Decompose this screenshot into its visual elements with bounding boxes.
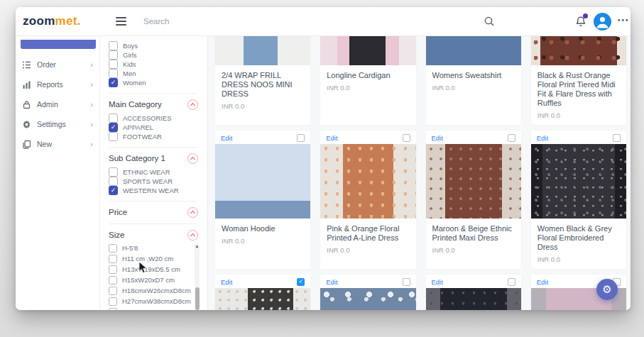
sub-category-option[interactable]: SPORTS WEAR xyxy=(109,177,207,186)
checkbox[interactable] xyxy=(109,265,117,274)
gender-filter-option[interactable]: Boys xyxy=(109,41,207,50)
sub-category-option[interactable]: WESTERN WEAR xyxy=(109,186,207,195)
checkbox[interactable] xyxy=(109,287,117,295)
checkbox[interactable] xyxy=(109,78,118,87)
sidebar-active-item-partial[interactable] xyxy=(21,40,96,49)
search-input[interactable]: Search xyxy=(143,17,169,26)
product-checkbox[interactable] xyxy=(403,278,410,286)
gender-filter-option[interactable]: Men xyxy=(109,69,207,78)
checkbox[interactable] xyxy=(109,69,118,78)
size-filter-option[interactable]: H11 cm ,W20 cm xyxy=(109,254,189,265)
scrollbar-thumb[interactable] xyxy=(195,287,200,310)
edit-link[interactable]: Edit xyxy=(326,278,337,286)
product-price: INR 0.0 xyxy=(320,80,415,97)
product-checkbox[interactable] xyxy=(403,134,410,142)
checkbox[interactable] xyxy=(109,167,118,177)
size-filter-option[interactable]: H-5'8 xyxy=(109,243,189,254)
checkbox[interactable] xyxy=(109,60,118,69)
product-card[interactable]: Edit 2/4 WRAP FRILL DRESS NOOS MINI DRES… xyxy=(215,36,310,125)
edit-link[interactable]: Edit xyxy=(432,134,443,142)
settings-fab-button[interactable]: ⚙ xyxy=(596,279,618,300)
edit-link[interactable]: Edit xyxy=(221,278,232,286)
main-category-option[interactable]: ACCESSORIES xyxy=(109,114,207,123)
gender-filter-option[interactable]: Women xyxy=(109,78,207,87)
gender-filter-option[interactable]: Kids xyxy=(109,60,207,69)
notification-bell-icon[interactable] xyxy=(574,14,588,28)
checkbox[interactable] xyxy=(109,244,117,253)
chevron-right-icon: › xyxy=(90,60,93,69)
size-list-scrollbar[interactable]: ▲ xyxy=(195,243,200,310)
brand-logo[interactable]: zoommet. xyxy=(23,14,81,28)
product-name[interactable]: Longline Cardigan xyxy=(320,65,415,80)
product-card[interactable]: Edit Black & Rust Orange Floral Print Ti… xyxy=(531,36,626,125)
checkbox[interactable] xyxy=(109,276,117,284)
product-card[interactable]: Edit xyxy=(215,275,310,310)
product-card[interactable]: Edit Longline Cardigan INR 0.0 xyxy=(320,36,415,125)
main-category-option[interactable]: FOOTWEAR xyxy=(109,132,207,141)
product-checkbox[interactable] xyxy=(508,278,515,286)
gender-filter-option[interactable]: Girls xyxy=(109,50,207,60)
size-filter-option[interactable]: H15xW20xD7 cm xyxy=(109,275,189,286)
product-card[interactable]: Edit Women Black & Grey Floral Embroider… xyxy=(531,131,626,269)
product-name[interactable]: Maroon & Beige Ethnic Printed Maxi Dress xyxy=(426,219,521,243)
product-name[interactable]: Black & Rust Orange Floral Print Tiered … xyxy=(531,65,626,108)
collapse-section-icon[interactable] xyxy=(187,230,198,241)
sidebar-item-order[interactable]: Order › xyxy=(16,55,99,74)
product-checkbox[interactable] xyxy=(297,278,305,286)
product-card[interactable]: Edit xyxy=(426,275,521,310)
product-card[interactable]: Edit xyxy=(320,275,415,310)
sidebar-item-new[interactable]: New › xyxy=(16,134,99,154)
product-name[interactable]: Woman Hoodie xyxy=(215,219,310,233)
product-name[interactable]: Women Black & Grey Floral Embroidered Dr… xyxy=(531,219,626,252)
product-name[interactable]: 2/4 WRAP FRILL DRESS NOOS MINI DRESS xyxy=(215,65,310,99)
sidebar-item-settings[interactable]: Settimgs › xyxy=(16,114,99,134)
collapse-section-icon[interactable] xyxy=(187,207,198,218)
collapse-section-icon[interactable] xyxy=(187,153,198,164)
checkbox[interactable] xyxy=(109,186,118,195)
product-card[interactable]: Edit Woman Hoodie INR 0.0 xyxy=(215,131,310,269)
product-name[interactable]: Pink & Orange Floral Printed A-Line Dres… xyxy=(320,219,415,243)
product-card[interactable]: Edit Maroon & Beige Ethnic Printed Maxi … xyxy=(426,131,521,269)
product-checkbox[interactable] xyxy=(297,134,305,142)
main-category-option[interactable]: APPAREL xyxy=(109,123,207,132)
edit-link[interactable]: Edit xyxy=(326,134,337,142)
price-header: Price xyxy=(109,206,207,218)
user-avatar[interactable] xyxy=(594,13,611,31)
product-card[interactable]: Edit Womens Sweatshirt INR 0.0 xyxy=(426,36,521,125)
product-name[interactable]: Womens Sweatshirt xyxy=(426,65,521,80)
checkbox[interactable] xyxy=(109,132,118,141)
edit-link[interactable]: Edit xyxy=(221,134,232,142)
product-checkbox[interactable] xyxy=(508,134,515,142)
checkbox[interactable] xyxy=(109,255,117,263)
checkbox[interactable] xyxy=(109,297,117,306)
size-filter-option[interactable]: H31.7 cmxW38 cmxD10.16 cm xyxy=(109,307,189,310)
product-row-1: Edit 2/4 WRAP FRILL DRESS NOOS MINI DRES… xyxy=(215,36,626,125)
size-filter-option[interactable]: H13xW19xD5.5 cm xyxy=(109,265,189,275)
sidebar-item-reports[interactable]: Reports › xyxy=(16,74,99,94)
product-checkbox[interactable] xyxy=(613,134,621,142)
edit-link[interactable]: Edit xyxy=(537,134,548,142)
checkbox[interactable] xyxy=(109,50,118,60)
checkbox[interactable] xyxy=(109,41,118,50)
size-filter-option[interactable]: H18cmxW26cmxD8cm xyxy=(109,286,189,297)
product-card[interactable]: Edit Pink & Orange Floral Printed A-Line… xyxy=(320,131,415,269)
search-icon[interactable] xyxy=(483,15,496,28)
checkbox-label: H13xW19xD5.5 cm xyxy=(122,265,180,273)
checkbox[interactable] xyxy=(109,308,117,310)
edit-link[interactable]: Edit xyxy=(537,278,548,286)
edit-link[interactable]: Edit xyxy=(432,278,443,286)
checkbox[interactable] xyxy=(109,123,118,132)
checkbox[interactable] xyxy=(109,114,118,123)
hamburger-menu-icon[interactable] xyxy=(116,17,126,28)
card-header: Edit xyxy=(320,131,415,144)
sidebar-item-admin[interactable]: Admin › xyxy=(16,94,99,114)
collapse-section-icon[interactable] xyxy=(187,99,198,110)
more-options-icon[interactable]: ••• xyxy=(618,16,630,24)
main-category-header: Main Category xyxy=(109,99,207,110)
scrollbar-up-arrow-icon[interactable]: ▲ xyxy=(195,244,200,248)
card-header: Edit xyxy=(215,275,310,288)
lock-icon xyxy=(22,100,31,109)
size-filter-option[interactable]: H27cmxW38cmxD8cm xyxy=(109,297,189,307)
checkbox[interactable] xyxy=(109,177,118,186)
sub-category-option[interactable]: ETHNIC WEAR xyxy=(109,167,207,177)
